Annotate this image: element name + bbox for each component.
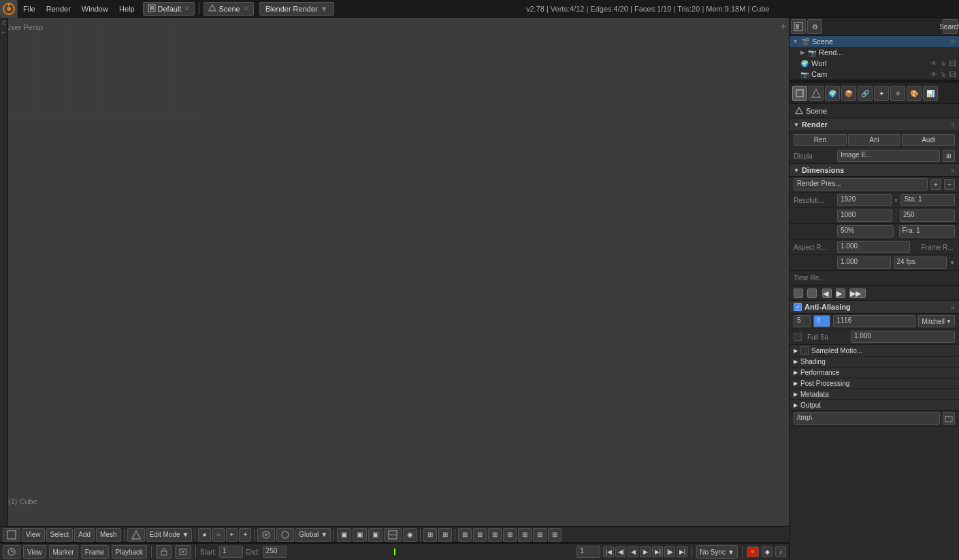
current-frame-input[interactable]: 1 [576, 546, 600, 558]
render-btn-tb7[interactable]: ⊞ [548, 528, 562, 542]
snap-icon[interactable] [257, 528, 275, 542]
record-btn[interactable] [175, 545, 191, 559]
audio-btn[interactable]: ♪ [775, 546, 786, 557]
render-btn-tb6[interactable]: ⊞ [533, 528, 547, 542]
sampled-motion-section[interactable]: ▶ Sampled Motio... [790, 345, 959, 357]
tb-icon3[interactable]: ▣ [368, 528, 383, 542]
timeline-view-btn[interactable]: View [23, 545, 46, 559]
aa-menu[interactable]: ≡ [951, 303, 955, 311]
dimensions-menu[interactable]: ≡ [951, 167, 955, 174]
viewport[interactable]: User Persp (1) Cube + [0, 18, 789, 526]
render-btn-tb5[interactable]: ⊞ [518, 528, 532, 542]
aa-filter-dropdown[interactable]: Mitchell ▼ [918, 315, 955, 327]
output-path-field[interactable]: /tmp\ [794, 412, 940, 425]
shading-solid-btn[interactable]: ● [198, 528, 210, 542]
shading-more-btn[interactable]: + [226, 528, 238, 542]
menu-help[interactable]: Help [114, 0, 140, 18]
display-btn[interactable]: ⊞ [943, 150, 955, 162]
prop-tab-material[interactable]: 🎨 [907, 86, 922, 101]
keyframe-snap-btn[interactable]: ◆ [762, 546, 773, 557]
shading-section[interactable]: ▶ Shading [790, 357, 959, 367]
render-btn-tb[interactable]: ⊞ [458, 528, 472, 542]
timeline-playback-btn[interactable]: Playback [112, 545, 148, 559]
jump-end-btn[interactable]: ▶| [677, 546, 687, 557]
end-frame-input[interactable]: 250 [263, 546, 287, 558]
pb-btn3[interactable]: ◀ [822, 289, 832, 298]
scale-val[interactable]: 50% [837, 225, 894, 237]
res-height[interactable]: 1080 [837, 210, 892, 222]
prop-tab-constraints[interactable]: 🔗 [858, 86, 873, 101]
tb-icon1[interactable]: ▣ [337, 528, 351, 542]
next-frame-btn[interactable]: ▶| [652, 546, 663, 557]
shading-extra-btn[interactable]: + [239, 528, 251, 542]
fps-arrow[interactable]: ▼ [949, 260, 955, 266]
frame-val[interactable]: Fra: 1 [899, 225, 956, 237]
aa-section[interactable]: ✓ Anti-Aliasing ≡ [790, 301, 959, 314]
timeline-ruler[interactable] [292, 548, 572, 555]
menu-window[interactable]: Window [76, 0, 114, 18]
res-width[interactable]: 1920 [837, 194, 892, 206]
menu-file[interactable]: File [18, 0, 41, 18]
render-section-header[interactable]: ▼ Render ≡ [790, 118, 959, 131]
tb-icon5[interactable]: ◉ [403, 528, 417, 542]
prop-tab-particles[interactable]: ✦ [874, 86, 889, 101]
start-frame-input[interactable]: 1 [219, 546, 243, 558]
world-render-icon[interactable]: 🎞 [949, 60, 956, 67]
aa-val1[interactable]: 5 [794, 315, 811, 327]
prop-tab-object[interactable]: 📦 [841, 86, 856, 101]
performance-section[interactable]: ▶ Performance [790, 367, 959, 378]
frame-start[interactable]: Sta: 1 [900, 194, 955, 206]
scene-selector[interactable]: Scene ✕ [204, 2, 253, 16]
render-section-menu[interactable]: ≡ [951, 121, 955, 129]
preset-del-btn[interactable]: − [944, 179, 955, 190]
cam-render-icon[interactable]: 🎞 [949, 71, 956, 78]
record-keyframe-btn[interactable]: ⚬ [747, 546, 759, 557]
prop-tab-world[interactable]: 🌍 [825, 86, 840, 101]
pb-btn2[interactable] [807, 289, 817, 298]
pb-btn4[interactable]: ▶ [836, 289, 845, 298]
shading-wire-btn[interactable]: ○ [212, 528, 225, 542]
render-btn-tb4[interactable]: ⊞ [503, 528, 517, 542]
post-processing-section[interactable]: ▶ Post Processing [790, 378, 959, 389]
prop-tab-render[interactable] [792, 86, 807, 101]
timeline-marker-btn[interactable]: Marker [49, 545, 78, 559]
fps-val[interactable]: 24 fps [894, 257, 947, 269]
edit-mode-dropdown[interactable]: Edit Mode ▼ [146, 528, 193, 542]
timeline-frame-btn[interactable]: Frame [81, 545, 109, 559]
panel-settings-icon[interactable]: ⚙ [807, 19, 822, 34]
global-dropdown[interactable]: Global ▼ [295, 528, 331, 542]
display-value[interactable]: Image E... [837, 150, 940, 162]
menu-render[interactable]: Render [41, 0, 76, 18]
mesh-menu-btn[interactable]: Mesh [96, 528, 120, 542]
pb-btn1[interactable] [794, 289, 803, 298]
visibility-icon[interactable]: 👁 [949, 38, 956, 46]
prev-key-btn[interactable]: ◀| [615, 546, 626, 557]
prop-tab-data[interactable]: 📊 [923, 86, 938, 101]
tb-icon7[interactable]: ⊞ [438, 528, 452, 542]
tb-icon2[interactable]: ▣ [353, 528, 367, 542]
outliner-item-world[interactable]: 🌍 Worl 👁 🖱 🎞 [798, 58, 959, 69]
metadata-section[interactable]: ▶ Metadata [790, 389, 959, 400]
jump-start-btn[interactable]: |◀ [603, 546, 614, 557]
pb-btn5[interactable]: ▶▶ [849, 289, 866, 298]
tb-icon6[interactable]: ⊞ [423, 528, 437, 542]
outliner-item-cam[interactable]: 📷 Cam 👁 🖱 🎞 [798, 69, 959, 80]
view-menu-btn[interactable]: View [22, 528, 45, 542]
scene-close[interactable]: ✕ [243, 4, 249, 13]
next-key-btn[interactable]: |▶ [664, 546, 675, 557]
prop-tab-scene[interactable] [809, 86, 824, 101]
render-btn-tb3[interactable]: ⊞ [488, 528, 502, 542]
render-preset-field[interactable]: Render Pres... [794, 178, 928, 191]
add-viewport-button[interactable]: + [781, 20, 786, 31]
full-sample-val[interactable]: 1.000 [851, 331, 955, 343]
render-audio-btn[interactable]: Audi [902, 134, 955, 146]
panel-view-icon[interactable] [791, 19, 806, 34]
outliner-item-scene[interactable]: ▼ 🎬 Scene 👁 [790, 36, 959, 47]
world-eye-icon[interactable]: 👁 [930, 60, 937, 67]
render-btn-tb2[interactable]: ⊞ [473, 528, 487, 542]
add-menu-btn[interactable]: Add [74, 528, 95, 542]
proportional-icon[interactable] [276, 528, 294, 542]
render-anim-btn[interactable]: Ani [848, 134, 901, 146]
preset-add-btn[interactable]: + [930, 179, 941, 190]
sampled-checkbox[interactable] [800, 346, 809, 355]
